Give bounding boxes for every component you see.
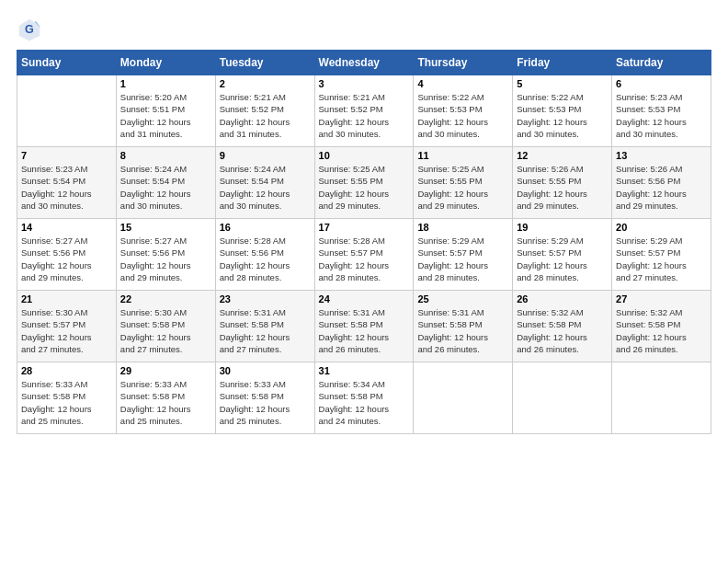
- day-number: 17: [319, 222, 410, 233]
- weekday-header-row: SundayMondayTuesdayWednesdayThursdayFrid…: [17, 51, 711, 75]
- day-info: Sunrise: 5:22 AM Sunset: 5:53 PM Dayligh…: [517, 91, 608, 140]
- day-info: Sunrise: 5:24 AM Sunset: 5:54 PM Dayligh…: [220, 163, 311, 212]
- day-cell: 26Sunrise: 5:32 AM Sunset: 5:58 PM Dayli…: [513, 291, 612, 362]
- day-info: Sunrise: 5:24 AM Sunset: 5:54 PM Dayligh…: [120, 163, 211, 212]
- day-info: Sunrise: 5:29 AM Sunset: 5:57 PM Dayligh…: [517, 235, 608, 283]
- day-cell: 2Sunrise: 5:21 AM Sunset: 5:52 PM Daylig…: [215, 75, 314, 147]
- day-info: Sunrise: 5:33 AM Sunset: 5:58 PM Dayligh…: [120, 378, 211, 427]
- day-cell: [17, 75, 117, 147]
- day-number: 26: [517, 293, 608, 304]
- day-number: 19: [517, 222, 608, 233]
- day-info: Sunrise: 5:27 AM Sunset: 5:56 PM Dayligh…: [21, 235, 112, 283]
- day-cell: 5Sunrise: 5:22 AM Sunset: 5:53 PM Daylig…: [513, 75, 612, 147]
- day-cell: 3Sunrise: 5:21 AM Sunset: 5:52 PM Daylig…: [314, 75, 414, 147]
- weekday-header-saturday: Saturday: [612, 51, 711, 75]
- weekday-header-thursday: Thursday: [414, 51, 513, 75]
- week-row-0: 1Sunrise: 5:20 AM Sunset: 5:51 PM Daylig…: [17, 75, 711, 147]
- day-number: 22: [120, 293, 211, 304]
- day-cell: 25Sunrise: 5:31 AM Sunset: 5:58 PM Dayli…: [414, 291, 513, 362]
- day-info: Sunrise: 5:20 AM Sunset: 5:51 PM Dayligh…: [120, 91, 211, 140]
- day-cell: 24Sunrise: 5:31 AM Sunset: 5:58 PM Dayli…: [314, 291, 414, 362]
- day-number: 18: [417, 222, 508, 233]
- day-cell: 30Sunrise: 5:33 AM Sunset: 5:58 PM Dayli…: [215, 362, 314, 434]
- day-cell: 23Sunrise: 5:31 AM Sunset: 5:58 PM Dayli…: [215, 291, 314, 362]
- day-cell: 29Sunrise: 5:33 AM Sunset: 5:58 PM Dayli…: [116, 362, 215, 434]
- day-number: 16: [220, 222, 311, 233]
- day-number: 31: [319, 365, 410, 376]
- day-info: Sunrise: 5:30 AM Sunset: 5:57 PM Dayligh…: [21, 306, 112, 355]
- day-number: 9: [220, 150, 311, 161]
- day-info: Sunrise: 5:23 AM Sunset: 5:53 PM Dayligh…: [616, 91, 707, 140]
- logo-icon: G: [17, 17, 42, 42]
- day-info: Sunrise: 5:26 AM Sunset: 5:56 PM Dayligh…: [616, 163, 707, 212]
- week-row-1: 7Sunrise: 5:23 AM Sunset: 5:54 PM Daylig…: [17, 147, 711, 219]
- day-cell: 21Sunrise: 5:30 AM Sunset: 5:57 PM Dayli…: [17, 291, 117, 362]
- day-number: 24: [319, 293, 410, 304]
- day-number: 25: [417, 293, 508, 304]
- day-info: Sunrise: 5:30 AM Sunset: 5:58 PM Dayligh…: [120, 306, 211, 355]
- day-info: Sunrise: 5:25 AM Sunset: 5:55 PM Dayligh…: [319, 163, 410, 212]
- day-cell: 20Sunrise: 5:29 AM Sunset: 5:57 PM Dayli…: [612, 219, 711, 291]
- day-cell: [612, 362, 711, 434]
- day-number: 1: [120, 78, 211, 89]
- day-info: Sunrise: 5:31 AM Sunset: 5:58 PM Dayligh…: [220, 306, 311, 355]
- day-info: Sunrise: 5:31 AM Sunset: 5:58 PM Dayligh…: [417, 306, 508, 355]
- day-number: 13: [616, 150, 707, 161]
- day-cell: 19Sunrise: 5:29 AM Sunset: 5:57 PM Dayli…: [513, 219, 612, 291]
- day-number: 23: [220, 293, 311, 304]
- day-info: Sunrise: 5:33 AM Sunset: 5:58 PM Dayligh…: [220, 378, 311, 427]
- logo: G: [17, 17, 46, 42]
- day-number: 20: [616, 222, 707, 233]
- day-info: Sunrise: 5:34 AM Sunset: 5:58 PM Dayligh…: [319, 378, 410, 427]
- day-cell: 10Sunrise: 5:25 AM Sunset: 5:55 PM Dayli…: [314, 147, 414, 219]
- day-info: Sunrise: 5:28 AM Sunset: 5:57 PM Dayligh…: [319, 235, 410, 283]
- day-number: 28: [21, 365, 112, 376]
- day-number: 12: [517, 150, 608, 161]
- day-number: 3: [319, 78, 410, 89]
- day-number: 21: [21, 293, 112, 304]
- day-info: Sunrise: 5:25 AM Sunset: 5:55 PM Dayligh…: [417, 163, 508, 212]
- weekday-header-wednesday: Wednesday: [314, 51, 414, 75]
- day-info: Sunrise: 5:28 AM Sunset: 5:56 PM Dayligh…: [220, 235, 311, 283]
- day-info: Sunrise: 5:21 AM Sunset: 5:52 PM Dayligh…: [220, 91, 311, 140]
- day-cell: 11Sunrise: 5:25 AM Sunset: 5:55 PM Dayli…: [414, 147, 513, 219]
- day-cell: [414, 362, 513, 434]
- week-row-4: 28Sunrise: 5:33 AM Sunset: 5:58 PM Dayli…: [17, 362, 711, 434]
- day-info: Sunrise: 5:26 AM Sunset: 5:55 PM Dayligh…: [517, 163, 608, 212]
- day-cell: 13Sunrise: 5:26 AM Sunset: 5:56 PM Dayli…: [612, 147, 711, 219]
- day-number: 10: [319, 150, 410, 161]
- day-info: Sunrise: 5:32 AM Sunset: 5:58 PM Dayligh…: [616, 306, 707, 355]
- day-cell: 31Sunrise: 5:34 AM Sunset: 5:58 PM Dayli…: [314, 362, 414, 434]
- day-cell: 4Sunrise: 5:22 AM Sunset: 5:53 PM Daylig…: [414, 75, 513, 147]
- header-row: G: [17, 17, 711, 42]
- day-cell: 22Sunrise: 5:30 AM Sunset: 5:58 PM Dayli…: [116, 291, 215, 362]
- week-row-2: 14Sunrise: 5:27 AM Sunset: 5:56 PM Dayli…: [17, 219, 711, 291]
- day-cell: 7Sunrise: 5:23 AM Sunset: 5:54 PM Daylig…: [17, 147, 117, 219]
- day-number: 29: [120, 365, 211, 376]
- day-cell: 18Sunrise: 5:29 AM Sunset: 5:57 PM Dayli…: [414, 219, 513, 291]
- day-number: 30: [220, 365, 311, 376]
- weekday-header-friday: Friday: [513, 51, 612, 75]
- day-cell: [513, 362, 612, 434]
- day-cell: 17Sunrise: 5:28 AM Sunset: 5:57 PM Dayli…: [314, 219, 414, 291]
- day-info: Sunrise: 5:23 AM Sunset: 5:54 PM Dayligh…: [21, 163, 112, 212]
- day-number: 8: [120, 150, 211, 161]
- day-info: Sunrise: 5:29 AM Sunset: 5:57 PM Dayligh…: [616, 235, 707, 283]
- day-info: Sunrise: 5:31 AM Sunset: 5:58 PM Dayligh…: [319, 306, 410, 355]
- day-number: 6: [616, 78, 707, 89]
- day-number: 7: [21, 150, 112, 161]
- weekday-header-tuesday: Tuesday: [215, 51, 314, 75]
- weekday-header-monday: Monday: [116, 51, 215, 75]
- day-info: Sunrise: 5:21 AM Sunset: 5:52 PM Dayligh…: [319, 91, 410, 140]
- day-info: Sunrise: 5:27 AM Sunset: 5:56 PM Dayligh…: [120, 235, 211, 283]
- week-row-3: 21Sunrise: 5:30 AM Sunset: 5:57 PM Dayli…: [17, 291, 711, 362]
- day-number: 15: [120, 222, 211, 233]
- day-number: 27: [616, 293, 707, 304]
- calendar-table: SundayMondayTuesdayWednesdayThursdayFrid…: [17, 50, 711, 434]
- day-number: 14: [21, 222, 112, 233]
- day-number: 11: [417, 150, 508, 161]
- day-cell: 9Sunrise: 5:24 AM Sunset: 5:54 PM Daylig…: [215, 147, 314, 219]
- svg-text:G: G: [25, 23, 34, 36]
- day-info: Sunrise: 5:29 AM Sunset: 5:57 PM Dayligh…: [417, 235, 508, 283]
- day-cell: 27Sunrise: 5:32 AM Sunset: 5:58 PM Dayli…: [612, 291, 711, 362]
